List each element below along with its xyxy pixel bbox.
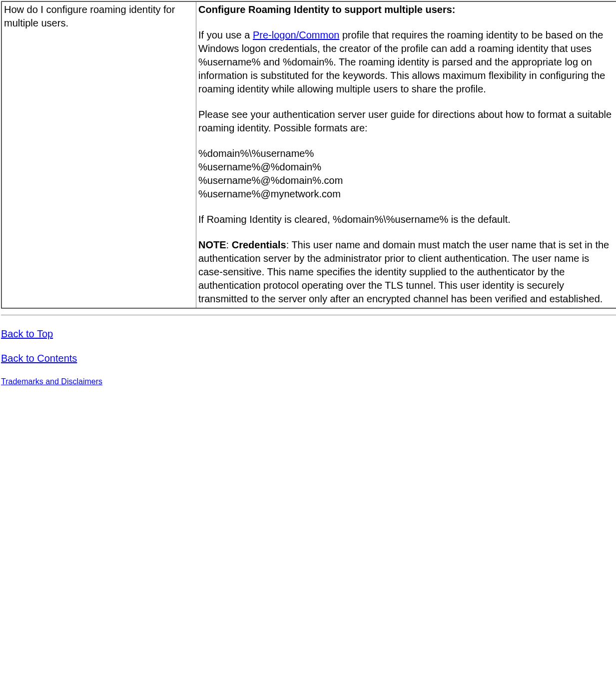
config-table: How do I configure roaming identity for … [1,1,616,309]
answer-paragraph-2: Please see your authentication server us… [198,108,614,135]
question-text: How do I configure roaming identity for … [4,4,175,28]
trademarks-link[interactable]: Trademarks and Disclaimers [1,377,616,386]
answer-paragraph-3: If Roaming Identity is cleared, %domain%… [198,213,614,226]
format-4: %username%@mynetwork.com [198,188,341,199]
credentials-label: Credentials [232,239,286,250]
format-list: %domain%\%username% %username%@%domain% … [198,147,614,201]
answer-heading: Configure Roaming Identity to support mu… [198,4,455,15]
divider [1,315,616,315]
note-paragraph: NOTE: Credentials: This user name and do… [198,238,614,306]
format-1: %domain%\%username% [198,148,314,159]
prelogon-link[interactable]: Pre-logon/Common [253,29,339,40]
format-2: %username%@%domain% [198,161,321,172]
answer-cell: Configure Roaming Identity to support mu… [196,1,616,308]
answer-paragraph-1: If you use a Pre-logon/Common profile th… [198,28,614,96]
format-3: %username%@%domain%.com [198,175,343,186]
note-label: NOTE [198,239,226,250]
back-to-top-link[interactable]: Back to Top [1,328,616,340]
back-to-contents-link[interactable]: Back to Contents [1,353,616,364]
question-cell: How do I configure roaming identity for … [1,1,196,308]
